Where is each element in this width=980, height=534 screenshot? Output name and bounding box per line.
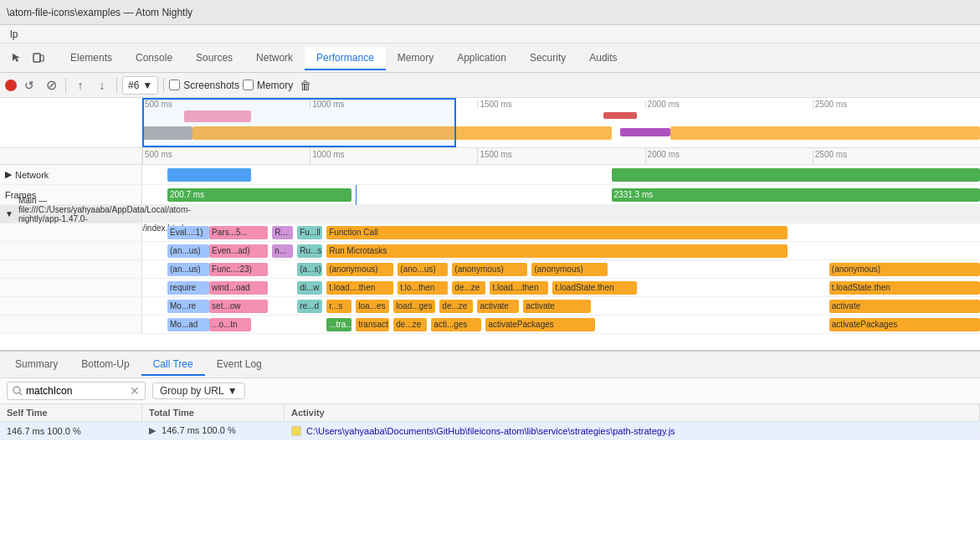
trash-button[interactable]: 🗑 [296, 76, 315, 95]
flame-transact[interactable]: transact [356, 318, 389, 331]
flame-rs[interactable]: r...s [326, 300, 351, 313]
flame-tra[interactable]: ...tra... [326, 318, 351, 331]
flame-deze3[interactable]: de...ze [393, 318, 427, 331]
tab-sources[interactable]: Sources [184, 47, 244, 70]
tab-summary[interactable]: Summary [3, 354, 69, 376]
flame-func23[interactable]: Func...:23) [209, 263, 268, 276]
flame-content-4[interactable]: require wind...oad di...w t.load....then… [142, 279, 980, 297]
download-button[interactable]: ↓ [93, 76, 111, 95]
tab-event-log[interactable]: Event Log [205, 354, 274, 376]
calltree-table: Self Time Total Time Activity 146.7 ms 1… [0, 404, 980, 534]
flame-moad[interactable]: Mo...ad [167, 318, 209, 331]
mini-overview: 500 ms 1000 ms 1500 ms 2000 ms 2500 ms [0, 98, 980, 148]
flame-microtasks[interactable]: Run Microtasks [326, 244, 788, 258]
main-arrow[interactable]: ▼ [5, 209, 13, 218]
tab-audits[interactable]: Audits [577, 47, 629, 70]
overview-red-bar [603, 112, 637, 119]
record-button[interactable] [5, 80, 17, 91]
tab-icons [3, 49, 52, 66]
tab-performance[interactable]: Performance [305, 47, 386, 70]
group-by-selector[interactable]: Group by URL ▼ [152, 383, 245, 399]
bottom-panel: Summary Bottom-Up Call Tree Event Log ✕ … [0, 350, 980, 534]
flame-activate2[interactable]: activate [523, 300, 590, 313]
flame-full[interactable]: Fu...ll [297, 226, 322, 239]
upload-button[interactable]: ↑ [71, 76, 90, 95]
flame-anon2[interactable]: (ano...us) [398, 263, 448, 276]
flame-tloadstate1[interactable]: t.loadState.then [552, 281, 636, 295]
flame-anon5[interactable]: (anonymous) [829, 263, 980, 276]
screenshots-toggle[interactable]: Screenshots [169, 80, 239, 91]
flame-require[interactable]: require [167, 281, 209, 295]
flame-totn[interactable]: ...o...tn [209, 318, 251, 331]
tab-network[interactable]: Network [244, 47, 305, 70]
overview-selection[interactable] [142, 98, 456, 147]
search-input[interactable] [26, 385, 126, 397]
memory-toggle[interactable]: Memory [243, 80, 293, 91]
screenshots-checkbox[interactable] [169, 80, 180, 90]
js-file-icon [291, 426, 301, 436]
flame-activatepkg2[interactable]: activatePackages [829, 318, 980, 331]
tab-application[interactable]: Application [445, 47, 518, 70]
ruler-1500: 1500 ms [477, 100, 644, 109]
flame-diw[interactable]: di...w [297, 281, 322, 295]
flame-windload[interactable]: wind...oad [209, 281, 268, 295]
cell-activity: C:\Users\yahyaaba\Documents\GitHub\filei… [285, 424, 980, 439]
flame-tlo[interactable]: t.lo...then [398, 281, 448, 295]
flame-content-5[interactable]: Mo...re set...ow re...d r...s loa...es l… [142, 297, 980, 316]
flame-loaes[interactable]: loa...es [356, 300, 389, 313]
header-total-time[interactable]: Total Time [142, 404, 285, 421]
stop-button[interactable]: ⊘ [42, 76, 60, 95]
flame-tload2[interactable]: t.load....then [490, 281, 548, 295]
flame-acticos[interactable]: acti...ges [431, 318, 481, 331]
flame-label-4 [0, 279, 142, 296]
flame-anon1[interactable]: (anonymous) [326, 263, 393, 276]
flame-deze2[interactable]: de...ze [439, 300, 473, 313]
flame-activatepkg[interactable]: activatePackages [485, 318, 594, 331]
tab-console[interactable]: Console [124, 47, 184, 70]
flame-anon3[interactable]: (anonymous) [452, 263, 527, 276]
flame-pars[interactable]: Pars...5... [209, 226, 268, 239]
flame-an1[interactable]: (an...us) [167, 244, 209, 258]
flame-eval[interactable]: Eval...:1) [167, 226, 209, 239]
search-clear-button[interactable]: ✕ [130, 384, 140, 398]
svg-point-2 [13, 387, 20, 393]
flame-even[interactable]: Even...ad) [209, 244, 268, 258]
expand-arrow[interactable]: ▶ [149, 425, 159, 436]
network-arrow[interactable]: ▶ [5, 169, 12, 180]
flame-content-6[interactable]: Mo...ad ...o...tn ...tra... transact de.… [142, 316, 980, 334]
flame-activate3[interactable]: activate [829, 300, 980, 313]
tab-bottom-up[interactable]: Bottom-Up [69, 354, 141, 376]
flame-content-3[interactable]: (an...us) Func...:23) (a...s) (anonymous… [142, 260, 980, 279]
refresh-button[interactable]: ↺ [20, 76, 38, 95]
main-header-label: ▼ Main — file:///C:/Users/yahyaaba/AppDa… [0, 205, 142, 223]
flame-deze1[interactable]: de...ze [452, 281, 485, 295]
flame-content-2[interactable]: (an...us) Even...ad) n... Ru...s Run Mic… [142, 242, 980, 260]
flame-r1[interactable]: R... [272, 226, 293, 239]
memory-checkbox[interactable] [243, 80, 254, 90]
tab-memory[interactable]: Memory [386, 47, 445, 70]
device-icon[interactable] [30, 49, 47, 66]
menu-help[interactable]: lp [3, 27, 24, 42]
flame-tload1[interactable]: t.load....then [326, 281, 393, 295]
header-self-time[interactable]: Self Time [0, 404, 142, 421]
tab-call-tree[interactable]: Call Tree [141, 354, 205, 376]
flame-anon4[interactable]: (anonymous) [531, 263, 607, 276]
calltree-row[interactable]: 146.7 ms 100.0 % ▶ 146.7 ms 100.0 % C:\U… [0, 422, 980, 440]
flame-content-1[interactable]: Eval...:1) Pars...5... R... Fu...ll Func… [142, 223, 980, 242]
profile-selector[interactable]: #6 ▼ [122, 76, 158, 95]
header-activity[interactable]: Activity [285, 404, 980, 421]
flame-mo[interactable]: Mo...re [167, 300, 209, 313]
flame-an2[interactable]: (an...us) [167, 263, 209, 276]
cursor-icon[interactable] [8, 49, 25, 66]
flame-functioncall[interactable]: Function Call [326, 226, 788, 239]
flame-loadges[interactable]: load...ges [393, 300, 435, 313]
tab-elements[interactable]: Elements [59, 47, 124, 70]
flame-n1[interactable]: n... [272, 244, 293, 258]
flame-tloadstate2[interactable]: t.loadState.then [829, 281, 980, 295]
flame-set[interactable]: set...ow [209, 300, 268, 313]
flame-as[interactable]: (a...s) [297, 263, 322, 276]
tab-security[interactable]: Security [518, 47, 577, 70]
flame-red[interactable]: re...d [297, 300, 322, 313]
flame-activate1[interactable]: activate [477, 300, 519, 313]
flame-ru1[interactable]: Ru...s [297, 244, 322, 258]
